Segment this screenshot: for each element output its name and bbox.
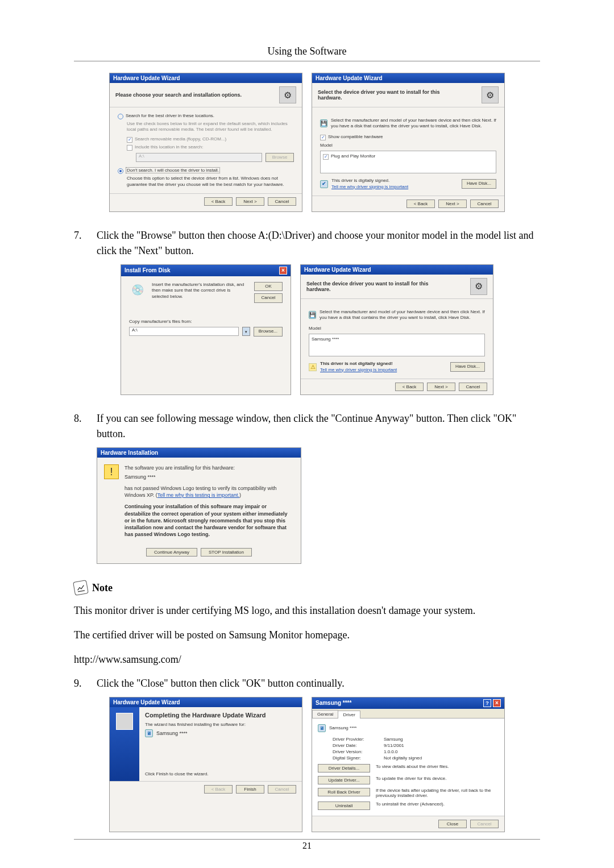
completing-title: Completing the Hardware Update Wizard [145,712,296,719]
note-line-1: This monitor driver is under certifying … [74,603,540,619]
dialog-header: Select the device driver you want to ins… [301,275,493,299]
titlebar: Hardware Update Wizard [312,73,504,83]
browse-button: Browse [265,153,294,162]
step-number: 8. [74,411,97,442]
wizard-icon: ⚙ [470,278,487,295]
next-button[interactable]: Next > [438,200,467,208]
version-v: 1.0.0.0 [384,749,397,754]
title-text: Hardware Update Wizard [304,267,371,273]
help-icon[interactable]: ? [483,699,491,707]
close-icon[interactable]: × [493,699,501,707]
disk-icon: 💾 [320,119,327,127]
lead-text: Select the manufacturer and model of you… [331,118,496,130]
screenshot-row-4: Hardware Update Wizard Completing the Ha… [74,697,540,832]
hw-line3: has not passed Windows Logo testing to v… [125,485,294,499]
cancel-button[interactable]: Cancel [268,197,296,206]
update-driver-button[interactable]: Update Driver... [318,776,370,784]
dialog-search-options: Hardware Update Wizard Please choose you… [109,73,302,212]
page-number: 21 [0,841,614,851]
radio-search-best[interactable] [118,114,123,119]
opt-search-best: Search for the best driver in these loca… [126,113,214,119]
copy-from-label: Copy manufacturer's files from: [129,319,283,325]
warning-icon: ⚠ [309,363,317,371]
dropdown-icon[interactable]: ▾ [242,327,250,336]
checkbox-show-compatible[interactable] [320,135,326,140]
next-button[interactable]: Next > [427,383,455,391]
ok-button[interactable]: OK [254,282,283,291]
tab-general[interactable]: General [312,710,338,718]
provider-k: Driver Provider: [333,737,384,742]
dialog-header: Please choose your search and installati… [110,83,302,107]
signer-k: Digital Signer: [333,755,384,761]
provider-v: Samsung [384,737,403,742]
version-k: Driver Version: [333,749,384,754]
dialog-header-text: Select the device driver you want to ins… [306,281,451,292]
cancel-button[interactable]: Cancel [459,383,487,391]
tell-me-link[interactable]: Tell me why this testing is important. [157,492,239,498]
dialog-header-text: Select the device driver you want to ins… [318,89,462,101]
model-item: Samsung **** [312,337,482,342]
date-v: 9/11/2001 [384,743,404,748]
cancel-button[interactable]: Cancel [254,293,283,302]
chk-include-label: Include this location in the search: [135,144,204,150]
next-button[interactable]: Next > [236,197,264,206]
disk-icon: 💾 [309,311,316,319]
details-desc: To view details about the driver files. [376,764,499,769]
model-list[interactable]: Plug and Play Monitor [320,151,496,173]
dialog-header-text: Please choose your search and installati… [115,92,242,98]
titlebar: Samsung **** ?× [312,697,504,709]
lead-text: Insert the manufacturer's installation d… [152,282,248,300]
model-list[interactable]: Samsung **** [309,334,485,356]
back-button[interactable]: < Back [406,200,435,208]
step-number: 7. [74,228,97,259]
cancel-button[interactable]: Cancel [470,200,499,208]
hw-device: Samsung **** [125,474,294,480]
back-button[interactable]: < Back [395,383,424,391]
close-button[interactable]: Close [438,820,467,828]
title-text: Hardware Installation [101,450,158,456]
hw-line1: The software you are installing for this… [125,464,294,471]
back-button[interactable]: < Back [204,197,233,206]
rollback-driver-button[interactable]: Roll Back Driver [318,788,370,796]
title-text: Hardware Update Wizard [113,75,180,81]
tell-me-link[interactable]: Tell me why driver signing is important [331,184,458,190]
dialog-driver-properties: Samsung **** ?× General Driver 🖥Samsung … [312,697,505,832]
tab-driver[interactable]: Driver [338,711,360,719]
dialog-header: Select the device driver you want to ins… [312,83,504,107]
finish-lead: Click Finish to close the wizard. [145,771,296,776]
close-icon[interactable]: × [279,267,287,275]
driver-details-button[interactable]: Driver Details... [318,764,370,773]
note-icon [73,580,89,596]
note-block: Note [74,581,540,595]
checkbox-removable[interactable] [127,137,132,143]
radio-dont-search[interactable] [118,168,123,174]
page-header: Using the Software [74,45,540,57]
signed-text: This driver is digitally signed. [331,178,458,184]
dialog-select-driver-1: Hardware Update Wizard Select the device… [312,73,505,212]
rollback-desc: If the device fails after updating the d… [376,788,499,798]
screenshot-row-1: Hardware Update Wizard Please choose you… [74,73,540,212]
tell-me-link[interactable]: Tell me why driver signing is important [320,367,447,373]
step-9: 9. Click the "Close" button then click "… [74,676,540,691]
dialog-completing-wizard: Hardware Update Wizard Completing the Ha… [109,697,302,832]
wizard-icon [116,713,133,730]
have-disk-button[interactable]: Have Disk... [450,362,485,371]
checkbox-include-location[interactable] [127,145,132,151]
have-disk-button[interactable]: Have Disk... [462,179,496,188]
title-text: Hardware Update Wizard [316,75,383,81]
model-item-check [323,154,329,160]
uninstall-button[interactable]: Uninstall [318,801,370,810]
show-compat-label: Show compatible hardware [328,134,383,140]
uninstall-desc: To uninstall the driver (Advanced). [376,801,499,807]
step-text: Click the "Browse" button then choose A:… [97,228,540,259]
stop-installation-button[interactable]: STOP Installation [201,548,252,556]
dialog-install-from-disk: Install From Disk × 💿 Insert the manufac… [121,264,291,395]
warning-icon: ! [104,464,119,479]
browse-button[interactable]: Browse... [254,327,283,336]
finish-button[interactable]: Finish [236,785,264,794]
title-text: Install From Disk [125,267,171,273]
opt1-sub: Use the check boxes below to limit or ex… [127,121,294,133]
completing-lead: The wizard has finished installing the s… [145,722,296,727]
path-input[interactable]: A:\ [129,327,239,336]
continue-anyway-button[interactable]: Continue Anyway [146,548,197,556]
